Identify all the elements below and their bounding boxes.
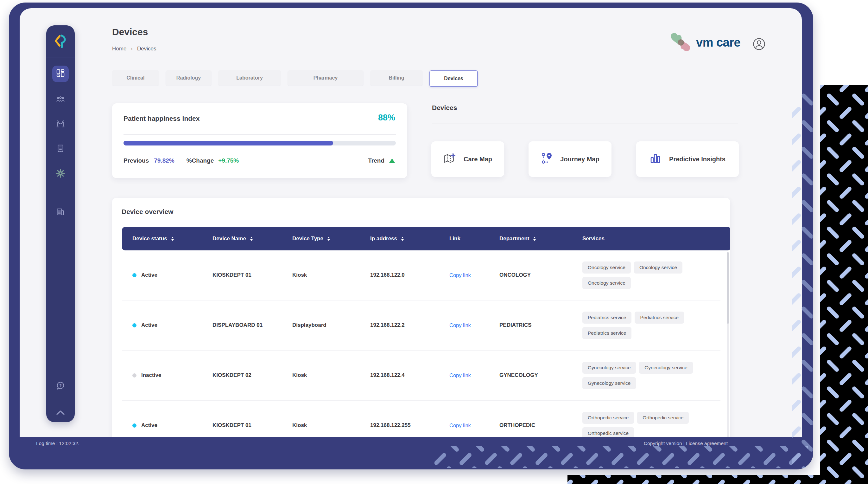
settings-gear-icon	[56, 169, 65, 179]
brand-mark-icon	[670, 31, 693, 54]
column-department[interactable]: Department	[499, 235, 576, 242]
previous-label: Previous	[124, 157, 149, 164]
journey-map-label: Journey Map	[560, 155, 599, 163]
ip-address: 192.168.122.4	[370, 372, 450, 378]
column-ip-address[interactable]: Ip address	[370, 235, 450, 242]
table-row: Active KIOSKDEPT 01 Kiosk 192.168.122.25…	[122, 401, 720, 437]
app-logo	[46, 25, 75, 57]
table-row: Active KIOSKDEPT 01 Kiosk 192.168.122.0 …	[122, 250, 720, 301]
scrollbar-thumb[interactable]	[727, 252, 729, 323]
happiness-title: Patient happiness index	[124, 115, 199, 122]
service-chip: Oncology service	[582, 261, 631, 274]
people-icon	[56, 95, 65, 105]
service-chip: Oncology service	[582, 277, 631, 289]
status-dot	[132, 424, 136, 428]
sidebar-divider	[46, 401, 75, 401]
sidebar-item-settings[interactable]	[46, 164, 75, 184]
table-body: Active KIOSKDEPT 01 Kiosk 192.168.122.0 …	[122, 250, 720, 437]
care-map-icon	[443, 153, 456, 166]
column-device-type[interactable]: Device Type	[292, 235, 370, 242]
devices-section-divider	[432, 124, 738, 124]
service-chip: Oncology service	[634, 261, 682, 274]
table-row: Inactive KIOSKDEPT 02 Kiosk 192.168.122.…	[122, 350, 720, 401]
service-chip: Pediatrics service	[582, 327, 631, 339]
brand-logo: vm care	[670, 31, 740, 54]
tab-clinical[interactable]: Clinical	[112, 70, 159, 86]
column-services: Services	[576, 235, 730, 242]
copy-link-button[interactable]: Copy link	[450, 272, 499, 278]
brand-wordmark: vm care	[696, 36, 740, 50]
service-chip: Orthopedic service	[582, 427, 634, 437]
services-chips: Oncology service Oncology service Oncolo…	[576, 257, 707, 293]
service-chip: Pediatrics service	[582, 312, 631, 323]
status-label: Inactive	[141, 372, 161, 378]
device-type: Displayboard	[292, 322, 370, 329]
help-icon: ?	[56, 381, 65, 392]
logo-teal-curve	[61, 35, 65, 47]
status-dot	[132, 373, 136, 377]
column-device-status[interactable]: Device status	[132, 235, 213, 242]
journey-map-card[interactable]: Journey Map	[529, 141, 612, 177]
predictive-insights-card[interactable]: Predictive Insights	[636, 141, 739, 177]
sidebar-item-receipt[interactable]	[46, 139, 75, 160]
tab-pharmacy[interactable]: Pharmacy	[287, 70, 364, 86]
service-chip: Orthopedic service	[637, 412, 689, 424]
copy-link-button[interactable]: Copy link	[450, 423, 499, 429]
service-chip: Gynecology service	[582, 362, 636, 374]
table-header: Device status Device Name Device Type Ip…	[122, 227, 730, 250]
journey-map-icon	[540, 152, 553, 166]
change-value: +9.75%	[218, 157, 239, 164]
previous-value: 79.82%	[154, 157, 174, 164]
trend-label: Trend	[368, 157, 384, 164]
breadcrumb-current: Devices	[137, 46, 156, 52]
sort-icon	[250, 237, 253, 241]
device-type: Kiosk	[292, 272, 370, 278]
care-map-label: Care Map	[464, 155, 492, 163]
trend-indicator: Trend	[368, 157, 395, 164]
tab-devices[interactable]: Devices	[429, 70, 478, 87]
sidebar-item-people[interactable]	[46, 90, 75, 110]
services-chips: Orthopedic service Orthopedic service Or…	[576, 407, 707, 437]
sidebar-item-dashboard[interactable]	[52, 66, 69, 82]
dashboard-icon	[56, 69, 65, 79]
main-content-area: ? Devices Home › Devices	[20, 8, 802, 437]
status-label: Active	[141, 272, 157, 278]
copy-link-button[interactable]: Copy link	[450, 372, 499, 378]
sort-icon	[401, 237, 404, 241]
sidebar-item-queue[interactable]	[46, 114, 75, 135]
column-device-name[interactable]: Device Name	[213, 235, 292, 242]
column-link: Link	[450, 235, 499, 242]
happiness-stats: Previous 79.82% %Change +9.75%	[124, 157, 239, 164]
copy-link-button[interactable]: Copy link	[450, 322, 499, 329]
sidebar-item-help[interactable]: ?	[46, 376, 75, 397]
status-label: Active	[141, 322, 157, 329]
department: PEDIATRICS	[499, 322, 576, 329]
department: ORTHOPEDIC	[499, 422, 576, 429]
app-window-frame: ? Devices Home › Devices	[9, 3, 813, 469]
tab-laboratory[interactable]: Laboratory	[218, 70, 281, 86]
department: GYNECOLOGY	[499, 372, 576, 378]
breadcrumb-home-link[interactable]: Home	[112, 46, 126, 52]
receipt-icon	[56, 144, 65, 154]
care-map-card[interactable]: Care Map	[431, 141, 504, 177]
sidebar-collapse-button[interactable]	[46, 404, 75, 422]
breadcrumb-separator: ›	[131, 46, 133, 52]
device-type: Kiosk	[292, 422, 370, 429]
module-tabs: Clinical Radiology Laboratory Pharmacy B…	[112, 70, 478, 87]
svg-text:?: ?	[59, 383, 62, 388]
ip-address: 192.168.122.255	[370, 422, 450, 429]
services-chips: Gynecology service Gynecology service Gy…	[576, 357, 707, 394]
device-name: KIOSKDEPT 02	[213, 372, 292, 378]
ip-address: 192.168.122.2	[370, 322, 450, 329]
breadcrumb: Home › Devices	[112, 46, 156, 52]
tab-billing[interactable]: Billing	[370, 70, 423, 86]
tab-radiology[interactable]: Radiology	[166, 70, 212, 86]
device-type: Kiosk	[292, 372, 370, 378]
user-avatar-icon[interactable]	[752, 37, 766, 52]
predictive-insights-icon	[650, 153, 661, 166]
change-label: %Change	[187, 157, 214, 164]
sidebar-item-news[interactable]	[46, 203, 75, 223]
predictive-insights-label: Predictive Insights	[669, 155, 725, 163]
footer-legal[interactable]: Copyright version | License agreement	[644, 440, 728, 446]
table-scrollbar[interactable]	[727, 252, 729, 437]
